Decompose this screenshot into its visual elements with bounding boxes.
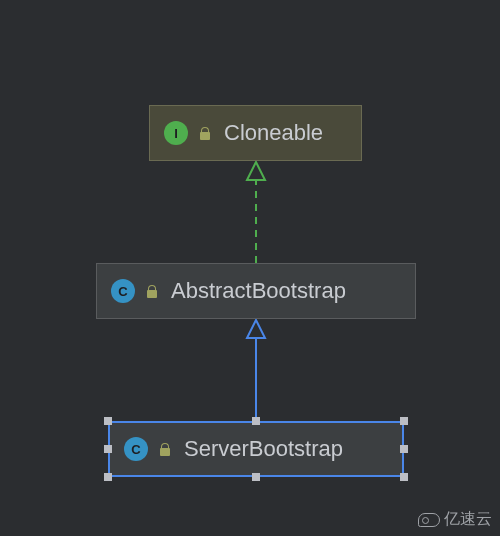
class-badge: C — [124, 437, 148, 461]
node-cloneable[interactable]: I Cloneable — [149, 105, 362, 161]
class-badge: C — [111, 279, 135, 303]
selection-handle[interactable] — [400, 473, 408, 481]
selection-handle[interactable] — [400, 445, 408, 453]
watermark: 亿速云 — [418, 509, 492, 530]
lock-icon — [198, 126, 212, 140]
selection-handle[interactable] — [104, 417, 112, 425]
selection-handle[interactable] — [104, 473, 112, 481]
node-label: ServerBootstrap — [184, 436, 343, 462]
interface-badge: I — [164, 121, 188, 145]
selection-handle[interactable] — [400, 417, 408, 425]
edge-extends-arrowhead — [247, 320, 265, 338]
edge-implements-arrowhead — [247, 162, 265, 180]
selection-handle[interactable] — [252, 417, 260, 425]
lock-icon — [158, 442, 172, 456]
node-label: Cloneable — [224, 120, 323, 146]
selection-handle[interactable] — [104, 445, 112, 453]
selection-handle[interactable] — [252, 473, 260, 481]
node-abstract-bootstrap[interactable]: C AbstractBootstrap — [96, 263, 416, 319]
cloud-icon — [418, 513, 440, 527]
watermark-text: 亿速云 — [444, 509, 492, 530]
node-label: AbstractBootstrap — [171, 278, 346, 304]
lock-icon — [145, 284, 159, 298]
node-server-bootstrap[interactable]: C ServerBootstrap — [108, 421, 404, 477]
diagram-canvas[interactable]: I Cloneable C AbstractBootstrap C Server… — [0, 0, 500, 536]
